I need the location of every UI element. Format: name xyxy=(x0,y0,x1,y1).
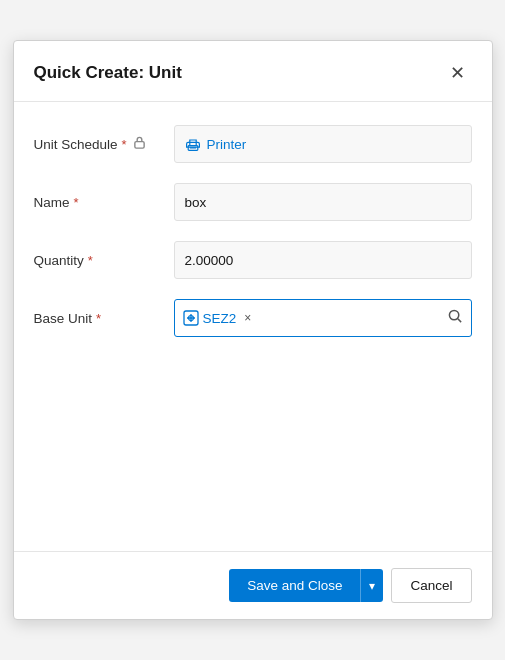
quantity-row: Quantity * xyxy=(34,238,472,282)
save-button-group: Save and Close ▾ xyxy=(229,569,383,602)
base-unit-field[interactable]: SEZ2 × xyxy=(174,299,472,337)
save-dropdown-button[interactable]: ▾ xyxy=(360,569,383,602)
dialog-header: Quick Create: Unit ✕ xyxy=(14,41,492,102)
unit-schedule-label: Unit Schedule * xyxy=(34,136,174,152)
unit-icon xyxy=(183,310,199,326)
dialog-footer: Save and Close ▾ Cancel xyxy=(14,551,492,619)
base-unit-remove-button[interactable]: × xyxy=(244,311,251,325)
unit-schedule-row: Unit Schedule * Pri xyxy=(34,122,472,166)
dialog-body: Unit Schedule * Pri xyxy=(14,102,492,551)
svg-rect-0 xyxy=(134,142,143,149)
name-row: Name * xyxy=(34,180,472,224)
unit-schedule-required: * xyxy=(122,137,127,152)
quick-create-dialog: Quick Create: Unit ✕ Unit Schedule * xyxy=(13,40,493,620)
printer-link-text: Printer xyxy=(207,137,247,152)
quantity-label-text: Quantity xyxy=(34,253,84,268)
svg-point-5 xyxy=(449,310,458,319)
unit-schedule-label-text: Unit Schedule xyxy=(34,137,118,152)
save-and-close-button[interactable]: Save and Close xyxy=(229,569,360,602)
dialog-title: Quick Create: Unit xyxy=(34,63,182,83)
base-unit-search-icon[interactable] xyxy=(448,309,463,327)
cancel-button[interactable]: Cancel xyxy=(391,568,471,603)
name-label-text: Name xyxy=(34,195,70,210)
printer-icon xyxy=(185,136,201,152)
name-input[interactable] xyxy=(185,195,461,210)
name-label: Name * xyxy=(34,195,174,210)
base-unit-row: Base Unit * SEZ2 × xyxy=(34,296,472,340)
name-required: * xyxy=(74,195,79,210)
lock-icon xyxy=(133,136,146,152)
name-field[interactable] xyxy=(174,183,472,221)
chevron-down-icon: ▾ xyxy=(369,579,375,593)
unit-schedule-value[interactable]: Printer xyxy=(185,136,247,152)
close-icon: ✕ xyxy=(450,62,465,84)
base-unit-required: * xyxy=(96,311,101,326)
quantity-label: Quantity * xyxy=(34,253,174,268)
quantity-field[interactable] xyxy=(174,241,472,279)
base-unit-label: Base Unit * xyxy=(34,311,174,326)
close-button[interactable]: ✕ xyxy=(444,59,472,87)
base-unit-label-text: Base Unit xyxy=(34,311,93,326)
quantity-required: * xyxy=(88,253,93,268)
quantity-input[interactable] xyxy=(185,253,461,268)
base-unit-tag: SEZ2 xyxy=(183,310,237,326)
unit-schedule-field[interactable]: Printer xyxy=(174,125,472,163)
base-unit-value: SEZ2 xyxy=(203,311,237,326)
